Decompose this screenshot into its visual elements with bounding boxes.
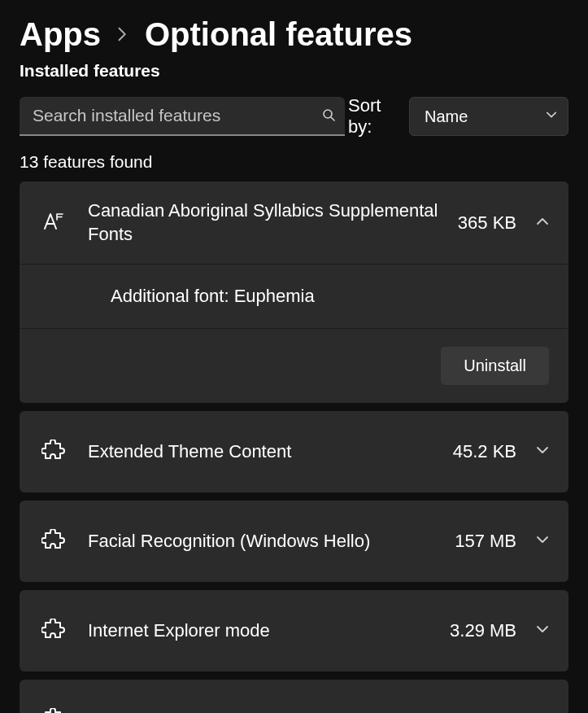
feature-actions: Uninstall — [20, 328, 568, 403]
feature-row[interactable]: Internet Explorer mode3.29 MB — [20, 590, 568, 671]
page-title: Optional features — [145, 16, 412, 53]
chevron-down-icon — [546, 109, 557, 124]
feature-row[interactable]: Facial Recognition (Windows Hello)157 MB — [20, 501, 568, 582]
feature-row[interactable]: Canadian Aboriginal Syllabics Supplement… — [20, 182, 568, 264]
chevron-up-icon — [536, 215, 549, 231]
feature-card: Facial Recognition (Windows Hello)157 MB — [20, 501, 568, 582]
feature-size: 28.6 MB — [450, 710, 516, 713]
feature-card: Canadian Aboriginal Syllabics Supplement… — [20, 182, 568, 403]
puzzle-icon — [39, 440, 68, 464]
chevron-down-icon — [536, 444, 549, 460]
feature-title: Canadian Aboriginal Syllabics Supplement… — [88, 199, 438, 246]
feature-title: Math Recognizer — [88, 709, 430, 713]
feature-title: Facial Recognition (Windows Hello) — [88, 530, 435, 553]
feature-card: Extended Theme Content45.2 KB — [20, 411, 568, 492]
chevron-down-icon — [536, 623, 549, 639]
chevron-down-icon — [536, 533, 549, 549]
search-icon — [322, 108, 335, 125]
feature-size: 45.2 KB — [453, 441, 516, 462]
feature-card: Math Recognizer28.6 MB — [20, 680, 568, 713]
puzzle-icon — [39, 619, 68, 643]
feature-size: 157 MB — [455, 531, 516, 552]
uninstall-button[interactable]: Uninstall — [441, 347, 549, 385]
feature-title: Extended Theme Content — [88, 440, 433, 464]
chevron-right-icon — [115, 24, 130, 46]
feature-size: 365 KB — [458, 212, 516, 234]
result-count: 13 features found — [0, 138, 588, 182]
sort-label: Sort by: — [348, 95, 398, 138]
breadcrumb-root[interactable]: Apps — [20, 16, 101, 53]
puzzle-icon — [39, 708, 68, 713]
breadcrumb: Apps Optional features — [0, 0, 588, 64]
sort-dropdown-wrap: Name — [404, 97, 568, 136]
search-sort-row: Sort by: Name — [0, 81, 588, 138]
sort-value: Name — [425, 107, 468, 126]
feature-row[interactable]: Math Recognizer28.6 MB — [20, 680, 568, 713]
sort-dropdown[interactable]: Name — [409, 97, 568, 136]
feature-row[interactable]: Extended Theme Content45.2 KB — [20, 411, 568, 492]
feature-detail: Additional font: Euphemia — [20, 264, 568, 328]
section-heading: Installed features — [0, 61, 588, 81]
feature-list: Canadian Aboriginal Syllabics Supplement… — [0, 182, 588, 713]
search-box — [20, 97, 345, 136]
puzzle-icon — [39, 529, 68, 553]
search-input[interactable] — [20, 97, 345, 136]
feature-card: Internet Explorer mode3.29 MB — [20, 590, 568, 671]
font-icon — [39, 211, 68, 235]
feature-title: Internet Explorer mode — [88, 619, 430, 643]
feature-size: 3.29 MB — [450, 620, 516, 641]
